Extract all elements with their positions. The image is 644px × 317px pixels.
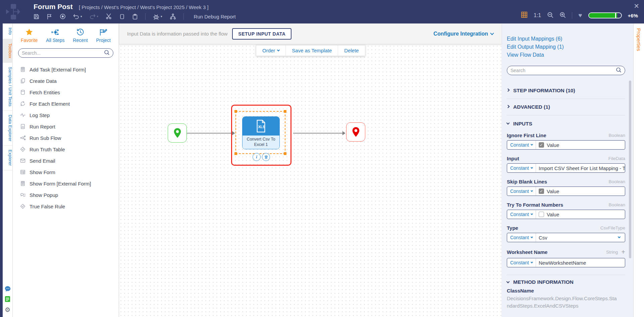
document-icon[interactable] bbox=[4, 296, 11, 304]
toolbox-search-input[interactable] bbox=[22, 50, 104, 56]
list-item[interactable]: Run Truth Table bbox=[17, 144, 115, 155]
step-convert-csv-to-excel[interactable]: XLS Convert Csv To Excel 1 bbox=[242, 116, 280, 149]
flow-canvas[interactable]: Order Save as Template Delete XLS bbox=[119, 44, 501, 317]
connector-arrow bbox=[187, 133, 232, 134]
rail-tab-explorer[interactable]: Explorer bbox=[3, 146, 13, 170]
list-item[interactable]: Log Step bbox=[17, 109, 115, 121]
canvas-header: Input Data is information passed into th… bbox=[119, 23, 501, 44]
zoom-progress-bar[interactable] bbox=[588, 12, 622, 18]
type-select[interactable]: Csv bbox=[536, 235, 625, 241]
rail-tab-data-explorer[interactable]: Data Explorer bbox=[3, 111, 13, 146]
section-step-information[interactable]: STEP INFORMATION (10) bbox=[507, 83, 625, 99]
list-item[interactable]: Create Data bbox=[17, 75, 115, 87]
order-menu[interactable]: Order bbox=[256, 45, 285, 56]
mode-select[interactable]: Constant bbox=[507, 258, 536, 267]
resize-handle[interactable] bbox=[284, 110, 286, 113]
list-item[interactable]: Show Popup bbox=[17, 189, 115, 201]
toolbox-search[interactable] bbox=[18, 48, 113, 58]
report-icon bbox=[20, 124, 25, 129]
classname-value: DecisionsFramework.Design.Flow.CoreSteps… bbox=[507, 295, 618, 310]
classname-label: ClassName bbox=[507, 288, 625, 294]
start-pin-icon bbox=[172, 127, 182, 139]
list-item[interactable]: Show Form bbox=[17, 166, 115, 178]
zoom-out-icon[interactable] bbox=[547, 12, 553, 19]
step-delete-button[interactable] bbox=[262, 153, 270, 161]
input-file-value[interactable]: Import CSV Sheet For List Mapping - T... bbox=[536, 165, 625, 171]
cut-icon[interactable] bbox=[106, 13, 112, 19]
section-method-information[interactable]: METHOD INFORMATION bbox=[507, 275, 625, 289]
chevron-down-icon bbox=[506, 280, 510, 283]
run-debug-report-button[interactable]: Run Debug Report bbox=[194, 14, 236, 19]
checkbox-checked[interactable]: ✓ bbox=[539, 189, 544, 194]
toolbox-tab-all-steps[interactable]: All Steps bbox=[46, 28, 64, 43]
rail-tab-samples-unit-tests[interactable]: Samples / Unit Tests bbox=[3, 63, 13, 111]
mode-select[interactable]: Constant bbox=[507, 164, 536, 172]
zoom-in-icon[interactable] bbox=[559, 12, 566, 19]
checkbox-checked[interactable]: ✓ bbox=[539, 142, 544, 148]
mode-select[interactable]: Constant bbox=[507, 141, 536, 149]
section-advanced[interactable]: ADVANCED (1) bbox=[507, 99, 625, 115]
close-icon[interactable]: ✕ bbox=[634, 2, 639, 10]
zoom-ratio-label[interactable]: 1:1 bbox=[534, 12, 541, 18]
rail-tab-info[interactable]: Info bbox=[3, 23, 13, 39]
delete-button[interactable]: Delete bbox=[338, 45, 365, 56]
debug-bug-icon[interactable]: ▾ bbox=[153, 13, 162, 20]
grid-icon[interactable] bbox=[521, 11, 528, 19]
setup-input-data-button[interactable]: SETUP INPUT DATA bbox=[232, 28, 291, 40]
undo-icon[interactable]: ▾ bbox=[73, 13, 82, 19]
properties-rail: Properties bbox=[633, 23, 644, 317]
mode-select[interactable]: Constant bbox=[507, 210, 536, 219]
rail-tab-properties[interactable]: Properties bbox=[636, 28, 642, 51]
list-item[interactable]: Add Task [External Form] bbox=[17, 64, 115, 75]
properties-scrollbar[interactable] bbox=[629, 81, 631, 258]
mode-select[interactable]: Constant bbox=[507, 233, 536, 242]
chevron-down-icon bbox=[531, 235, 533, 238]
list-item[interactable]: True False Rule bbox=[17, 201, 115, 212]
resize-handle[interactable] bbox=[234, 110, 237, 113]
toolbox-tab-project[interactable]: Project bbox=[96, 28, 111, 43]
worksheet-name-value[interactable]: NewWorksheetName bbox=[536, 260, 625, 266]
end-node[interactable] bbox=[346, 122, 365, 142]
resize-handle[interactable] bbox=[234, 152, 237, 155]
loop-icon bbox=[20, 101, 25, 106]
resize-handle[interactable] bbox=[284, 152, 286, 155]
record-target-icon[interactable] bbox=[60, 13, 66, 19]
copy-icon[interactable] bbox=[119, 14, 125, 19]
checkbox-unchecked[interactable] bbox=[539, 212, 544, 217]
pulse-icon bbox=[20, 112, 25, 118]
settings-gear-icon[interactable]: ⚙ bbox=[5, 306, 10, 314]
toolbox-step-list: Add Task [External Form] Create Data Fet… bbox=[17, 64, 115, 212]
edit-input-mappings-link[interactable]: Edit Input Mappings (6) bbox=[507, 35, 625, 43]
start-node[interactable] bbox=[168, 123, 187, 143]
properties-search-input[interactable] bbox=[511, 68, 616, 73]
list-item[interactable]: Fetch Entities bbox=[17, 87, 115, 98]
heart-icon[interactable]: ♥ bbox=[578, 12, 582, 19]
view-flow-data-link[interactable]: View Flow Data bbox=[507, 51, 625, 59]
add-icon[interactable]: + bbox=[621, 248, 625, 256]
mode-select[interactable]: Constant bbox=[507, 187, 536, 196]
toolbox-tab-recent[interactable]: Recent bbox=[73, 28, 88, 43]
hierarchy-icon[interactable] bbox=[170, 13, 176, 20]
list-item[interactable]: For Each Element bbox=[17, 98, 115, 109]
list-item[interactable]: Send Email bbox=[17, 155, 115, 166]
toolbar-separator bbox=[572, 12, 572, 19]
envelope-icon bbox=[20, 158, 25, 163]
list-item[interactable]: Run Report bbox=[17, 121, 115, 132]
configure-integration-dropdown[interactable]: Configure Integration bbox=[433, 31, 493, 37]
properties-search[interactable] bbox=[507, 66, 625, 75]
flag-icon[interactable] bbox=[47, 14, 52, 19]
chat-icon[interactable] bbox=[4, 285, 11, 294]
list-item[interactable]: Run Sub Flow bbox=[17, 132, 115, 144]
section-inputs[interactable]: INPUTS bbox=[507, 115, 625, 132]
save-icon[interactable] bbox=[34, 14, 39, 19]
rail-tab-toolbox[interactable]: Toolbox bbox=[3, 39, 13, 63]
edit-output-mapping-link[interactable]: Edit Output Mapping (1) bbox=[507, 43, 625, 51]
list-item[interactable]: Show Form [External Form] bbox=[17, 178, 115, 189]
redo-icon[interactable]: ▾ bbox=[90, 13, 99, 19]
field-input: InputFileData Constant Import CSV Sheet … bbox=[507, 156, 625, 173]
paste-icon[interactable] bbox=[132, 14, 138, 19]
save-as-template-button[interactable]: Save as Template bbox=[285, 45, 338, 56]
step-info-button[interactable]: i bbox=[253, 153, 261, 161]
field-ignore-first-line: Ignore First LineBoolean Constant ✓Value bbox=[507, 133, 625, 150]
toolbox-tab-favorite[interactable]: Favorite bbox=[21, 28, 38, 43]
